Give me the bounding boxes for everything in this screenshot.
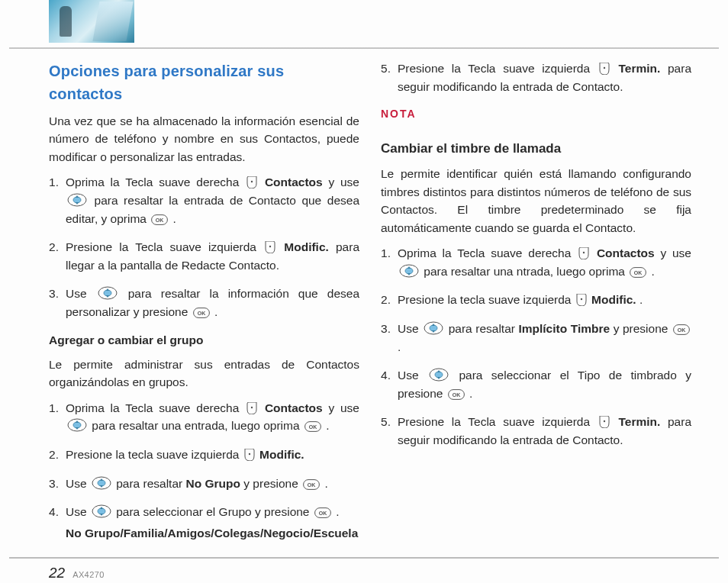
ring-step-3: Use para resaltar Implícito Timbre y pre… [381, 320, 691, 356]
subsection-body-ring: Le permite identificar quién está llaman… [381, 165, 691, 237]
group-options: No Grupo/Familia/Amigos/Colegas/Negocio/… [66, 524, 359, 543]
svg-text:OK: OK [678, 327, 686, 333]
step-1: Oprima la Tecla suave derecha Contactos … [49, 173, 359, 227]
text: . [173, 212, 176, 225]
text: y use [328, 176, 359, 188]
text: Use [398, 322, 422, 335]
intro-paragraph: Una vez que se ha almacenado la informac… [49, 112, 359, 166]
text: . [326, 419, 329, 432]
nav-key-icon [98, 286, 118, 300]
group-step-4: Use para seleccionar el Grupo y presione… [49, 503, 359, 542]
text: Use [66, 505, 90, 518]
group-step-1: Oprima la Tecla suave derecha Contactos … [49, 399, 359, 435]
text: y use [328, 401, 359, 414]
bold-text: Contactos [265, 176, 323, 188]
ring-step-5: Presione la Tecla suave izquierda Termin… [381, 413, 691, 449]
softkey-left-icon [265, 241, 275, 253]
softkey-left-icon [244, 449, 255, 461]
bold-text: Contactos [265, 401, 323, 414]
svg-point-12 [73, 422, 81, 428]
subsection-head-group: Agregar o cambiar el grupo [49, 331, 359, 349]
text: para resaltar una ntrada, luego oprima [424, 265, 628, 278]
svg-point-36 [435, 372, 443, 378]
text: . [639, 293, 643, 306]
softkey-left-icon [576, 294, 587, 306]
ok-key-icon: OK [630, 267, 646, 278]
svg-point-10 [251, 407, 253, 408]
text: Oprima la Tecla suave derecha [66, 401, 245, 414]
ok-key-icon: OK [673, 324, 690, 335]
ok-key-icon: OK [448, 389, 465, 400]
ring-step-1: Oprima la Tecla suave derecha Contactos … [381, 244, 691, 280]
ok-key-icon: OK [151, 214, 168, 225]
text: para resaltar [449, 322, 519, 335]
softkey-right-icon [246, 176, 257, 188]
svg-point-7 [104, 290, 111, 296]
svg-point-27 [405, 268, 413, 274]
body-content: Opciones para personalizar sus contactos… [0, 49, 728, 557]
text: Presione la Tecla suave izquierda [398, 62, 598, 75]
ring-steps: Oprima la Tecla suave derecha Contactos … [381, 244, 691, 449]
softkey-right-icon [578, 247, 589, 259]
nav-key-icon [92, 504, 111, 518]
svg-text:OK: OK [156, 217, 164, 223]
text: . [469, 387, 472, 400]
nav-key-icon [424, 321, 443, 335]
ring-step-2: Presione la tecla suave izquierda Modifi… [381, 291, 691, 309]
text: Presione la tecla suave izquierda [66, 448, 243, 461]
bold-text: Termin. [618, 415, 660, 428]
svg-text:OK: OK [308, 482, 316, 488]
right-column: Presione la Tecla suave izquierda Termin… [381, 60, 691, 552]
text: para resaltar una entrada, luego oprima [92, 419, 303, 432]
ok-key-icon: OK [314, 507, 331, 518]
bold-text: Implícito Timbre [518, 322, 610, 335]
step-3: Use para resaltar la información que des… [49, 285, 359, 320]
text: Oprima la Tecla suave derecha [66, 176, 245, 188]
continued-steps: Presione la Tecla suave izquierda Termin… [381, 60, 691, 95]
svg-point-5 [269, 246, 271, 247]
svg-text:OK: OK [319, 511, 327, 516]
svg-text:OK: OK [634, 270, 643, 275]
subsection-head-ring: Cambiar el timbre de llamada [381, 139, 691, 159]
svg-text:OK: OK [197, 311, 205, 316]
page-number: 22 [49, 565, 65, 581]
text: y presione [243, 477, 301, 490]
svg-point-25 [583, 252, 585, 253]
svg-point-15 [249, 453, 250, 455]
text: . [324, 477, 327, 490]
nav-key-icon [399, 264, 419, 278]
left-column: Opciones para personalizar sus contactos… [49, 60, 359, 552]
softkey-right-icon [246, 402, 257, 414]
header-image [49, 0, 134, 43]
text: para resaltar la entrada de Contacto que… [66, 194, 359, 225]
text: para resaltar [116, 477, 185, 490]
text: Use [66, 287, 96, 300]
text: Presione la Tecla suave izquierda [66, 240, 263, 253]
ok-key-icon: OK [303, 479, 320, 490]
subsection-body: Le permite administrar sus entradas de C… [49, 356, 359, 391]
bold-text: Contactos [597, 246, 655, 259]
text: Oprima la Tecla suave derecha [398, 246, 577, 259]
model-number: AX4270 [72, 570, 105, 579]
svg-point-32 [430, 325, 437, 331]
svg-point-17 [98, 480, 105, 486]
softkey-left-icon [599, 63, 610, 75]
text: para seleccionar el Grupo y presione [116, 505, 313, 518]
ok-key-icon: OK [304, 421, 321, 432]
svg-point-2 [73, 197, 81, 203]
text: Presione la tecla suave izquierda [398, 293, 575, 306]
nav-key-icon [67, 193, 87, 207]
section-title: Opciones para personalizar sus contactos [49, 60, 359, 106]
nav-key-icon [67, 418, 87, 432]
svg-text:OK: OK [453, 392, 461, 398]
bold-text: Modific. [591, 293, 636, 306]
ok-key-icon: OK [193, 308, 210, 318]
bold-text: No Grupo [186, 477, 240, 490]
bold-text: Modific. [259, 448, 304, 461]
svg-text:OK: OK [309, 424, 317, 430]
svg-point-39 [604, 420, 605, 422]
nav-key-icon [92, 476, 111, 490]
bottom-divider [9, 557, 719, 559]
group-step-2: Presione la tecla suave izquierda Modifi… [49, 446, 359, 464]
svg-point-30 [581, 298, 582, 300]
